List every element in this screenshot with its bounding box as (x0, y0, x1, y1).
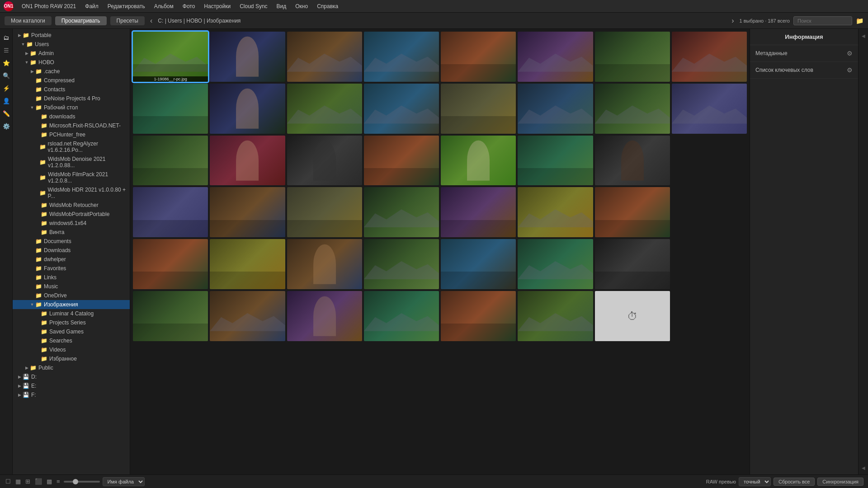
sidebar-item-cache[interactable]: ▶ 📁 .cache (13, 67, 130, 76)
sidebar-item-d[interactable]: ▶ 💾 D: (13, 372, 130, 381)
sidebar-item-e[interactable]: ▶ 💾 E: (13, 381, 130, 390)
strip-search-icon[interactable]: 🔍 (1, 70, 11, 80)
sidebar-item-searches[interactable]: 📁 Searches (13, 336, 130, 345)
sidebar-item-pchunter[interactable]: 📁 PCHunter_free (13, 130, 130, 139)
photo-cell[interactable] (595, 136, 670, 186)
sidebar-item-widsmob-portrait[interactable]: 📁 WidsMobPortraitPortable (13, 210, 130, 219)
photo-cell[interactable] (133, 84, 208, 134)
menu-view[interactable]: Вид (273, 2, 290, 10)
menu-album[interactable]: Альбом (151, 2, 177, 10)
photo-cell[interactable] (518, 136, 593, 186)
photo-cell[interactable] (518, 187, 593, 237)
photo-cell[interactable] (595, 239, 670, 289)
photo-cell[interactable] (672, 84, 747, 134)
photo-cell[interactable] (364, 136, 439, 186)
strip-edit-icon[interactable]: ✏️ (1, 108, 11, 118)
sidebar-item-documents[interactable]: 📁 Documents (13, 237, 130, 246)
photo-cell[interactable] (441, 239, 516, 289)
filename-select[interactable]: Имя файла (103, 477, 145, 486)
sidebar-item-portable[interactable]: ▶ 📁 Portable (13, 31, 130, 40)
sidebar-item-rsload[interactable]: 📁 rsload.net RegAlyzer v1.6.2.16.Po... (13, 139, 130, 155)
strip-browse-icon[interactable]: ☰ (1, 45, 11, 55)
reset-all-button[interactable]: Сбросить все (774, 478, 815, 486)
menu-help[interactable]: Справка (313, 2, 342, 10)
sidebar-item-saved-games[interactable]: 📁 Saved Games (13, 327, 130, 336)
photo-cell[interactable] (364, 291, 439, 341)
photo-cell[interactable] (210, 187, 285, 237)
sync-button[interactable]: Синхронизация (817, 478, 863, 486)
photo-cell[interactable] (364, 32, 439, 82)
photo-cell[interactable] (595, 187, 670, 237)
photo-cell[interactable] (287, 239, 362, 289)
sidebar-item-onedrive[interactable]: 📁 OneDrive (13, 291, 130, 300)
right-edge-icon-1[interactable]: ◀ (859, 31, 868, 41)
sidebar-item-links[interactable]: 📁 Links (13, 273, 130, 282)
search-input[interactable] (793, 16, 852, 25)
sidebar-item-widsmob-retoucher[interactable]: 📁 WidsMob Retoucher (13, 201, 130, 210)
photo-cell[interactable] (441, 291, 516, 341)
menu-settings[interactable]: Настройки (200, 2, 234, 10)
strip-effects-icon[interactable]: ⚡ (1, 83, 11, 93)
sidebar-item-projects-series[interactable]: 📁 Projects Series (13, 318, 130, 327)
photo-cell[interactable] (518, 32, 593, 82)
sidebar-item-luminar[interactable]: 📁 Luminar 4 Catalog (13, 309, 130, 318)
menu-file[interactable]: Файл (81, 2, 102, 10)
nav-back-button[interactable]: ‹ (148, 16, 154, 26)
photo-cell[interactable] (287, 187, 362, 237)
grid-large-icon[interactable]: ⬛ (34, 477, 43, 486)
metadata-gear-icon[interactable]: ⚙ (847, 50, 853, 57)
photo-cell[interactable] (364, 239, 439, 289)
sidebar-item-admin[interactable]: ▶ 📁 Admin (13, 49, 130, 58)
nav-forward-button[interactable]: › (730, 16, 736, 26)
sidebar-item-videos[interactable]: 📁 Videos (13, 345, 130, 354)
photo-cell[interactable]: ⏱ (595, 291, 670, 341)
photo-cell[interactable] (441, 84, 516, 134)
checkbox-icon[interactable]: ☐ (5, 477, 12, 486)
photo-cell[interactable] (595, 84, 670, 134)
folder-button[interactable]: 📁 (856, 17, 863, 24)
photo-cell[interactable] (133, 239, 208, 289)
photo-cell[interactable] (518, 84, 593, 134)
sidebar-item-compressed[interactable]: 📁 Compressed (13, 76, 130, 85)
tab-my-catalogs[interactable]: Мои каталоги (5, 16, 52, 25)
right-edge-icon-2[interactable]: ◀ (859, 463, 868, 473)
sidebar-item-contacts[interactable]: 📁 Contacts (13, 85, 130, 94)
sidebar-item-microsoft[interactable]: 📁 Microsoft.Fixit-RSLOAD.NET- (13, 121, 130, 130)
photo-cell[interactable] (364, 187, 439, 237)
sidebar-item-music[interactable]: 📁 Music (13, 282, 130, 291)
photo-cell[interactable] (133, 136, 208, 186)
photo-cell[interactable] (441, 187, 516, 237)
menu-edit[interactable]: Редактировать (104, 2, 149, 10)
keywords-gear-icon[interactable]: ⚙ (847, 66, 853, 74)
sidebar-item-favorites[interactable]: 📁 Favorites (13, 264, 130, 273)
photo-cell[interactable] (441, 32, 516, 82)
grid-detail-icon[interactable]: ≡ (56, 477, 61, 486)
photo-cell[interactable] (595, 32, 670, 82)
sidebar-item-denoise[interactable]: 📁 DeNoise Projects 4 Pro (13, 94, 130, 103)
strip-settings-icon[interactable]: ⚙️ (1, 121, 11, 131)
photo-cell[interactable] (133, 187, 208, 237)
photo-cell[interactable] (287, 32, 362, 82)
sidebar-item-downloads[interactable]: 📁 downloads (13, 112, 130, 121)
grid-medium-icon[interactable]: ⊞ (24, 477, 31, 486)
photo-cell[interactable] (441, 136, 516, 186)
grid-compare-icon[interactable]: ▩ (46, 477, 53, 486)
sidebar-item-favorites2[interactable]: 📁 Избранное (13, 354, 130, 363)
menu-window[interactable]: Окно (292, 2, 311, 10)
tab-presets[interactable]: Пресеты (110, 16, 145, 25)
photo-cell[interactable] (210, 136, 285, 186)
grid-small-icon[interactable]: ▦ (14, 477, 22, 486)
photo-cell[interactable] (210, 84, 285, 134)
photo-cell[interactable] (364, 84, 439, 134)
raw-mode-select[interactable]: точный (739, 477, 771, 486)
photo-cell[interactable]: 1-19086__r-pc.jpg (133, 32, 208, 82)
sidebar-item-novo[interactable]: ▼ 📁 НОВО (13, 58, 130, 67)
photo-cell[interactable] (287, 84, 362, 134)
photo-cell[interactable] (518, 239, 593, 289)
zoom-slider[interactable] (64, 481, 100, 483)
tab-browse[interactable]: Просматривать (55, 16, 107, 25)
sidebar-item-widsmob-denoise[interactable]: 📁 WidsMob Denoise 2021 v1.2.0.88... (13, 155, 130, 170)
sidebar-item-vinta[interactable]: 📁 Винта (13, 228, 130, 237)
sidebar-item-downloads2[interactable]: 📁 Downloads (13, 246, 130, 255)
sidebar-item-public[interactable]: ▶ 📁 Public (13, 363, 130, 372)
